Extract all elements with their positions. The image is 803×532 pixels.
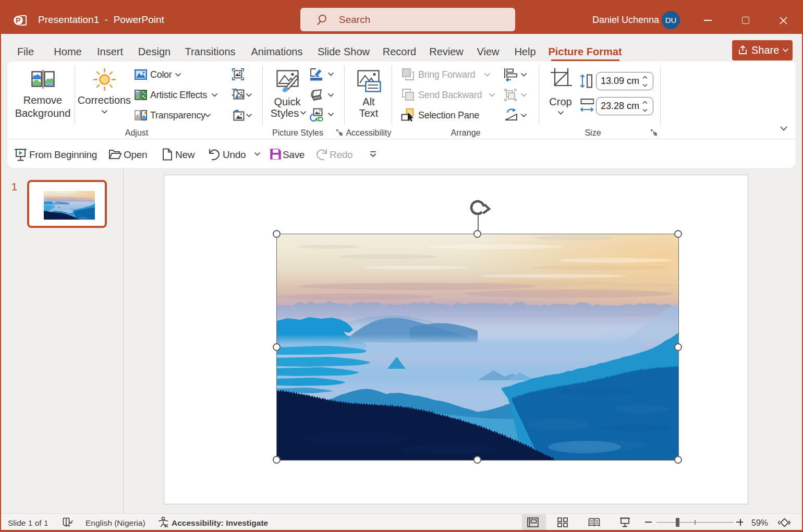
svg-text:P: P (16, 16, 20, 25)
